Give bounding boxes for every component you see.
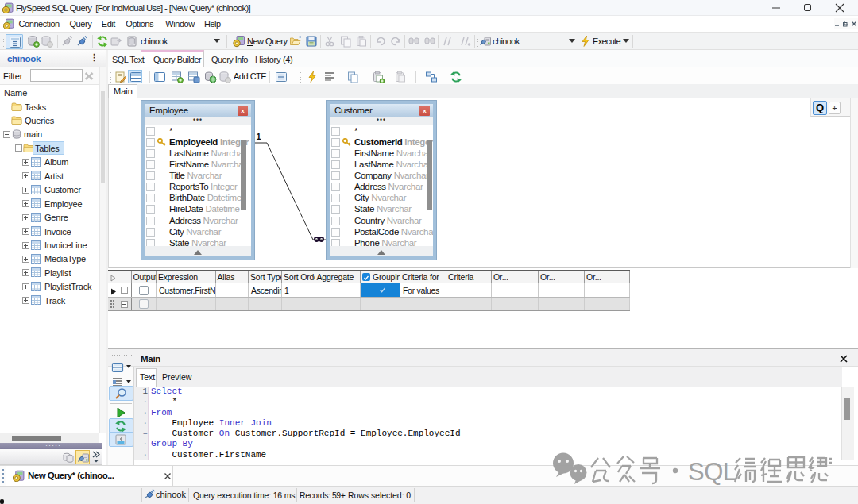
svg-text:SQL: SQL xyxy=(688,458,736,486)
